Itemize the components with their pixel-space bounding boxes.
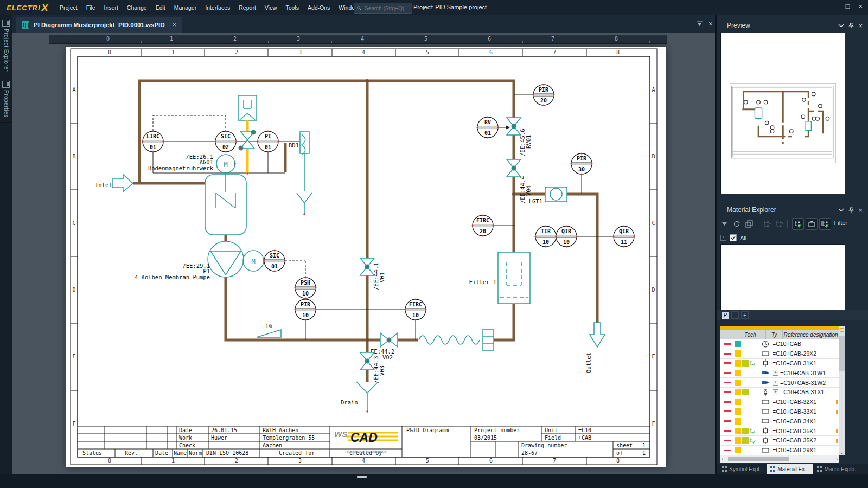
close-icon[interactable]: × bbox=[858, 22, 863, 30]
material-row[interactable]: + =C10+CAB-31X1 bbox=[720, 388, 839, 397]
close-document-icon[interactable]: × bbox=[709, 20, 713, 28]
chevron-down-icon[interactable] bbox=[838, 208, 844, 212]
expand-icon[interactable]: + bbox=[773, 380, 778, 386]
tree-check-mini-icon bbox=[750, 428, 756, 434]
svg-text:of: of bbox=[616, 450, 623, 456]
svg-text:TIR: TIR bbox=[541, 228, 551, 234]
close-icon[interactable]: × bbox=[858, 2, 863, 10]
svg-text:Check: Check bbox=[179, 442, 195, 448]
contactor-icon bbox=[758, 437, 773, 444]
expand-icon[interactable]: + bbox=[773, 389, 778, 395]
canvas-hscroll-thumb[interactable] bbox=[357, 476, 367, 478]
svg-text:Rev.: Rev. bbox=[125, 450, 138, 456]
tree-check-all-icon[interactable] bbox=[819, 218, 831, 230]
dropdown-caret-icon[interactable] bbox=[719, 219, 730, 229]
menu-file[interactable]: File bbox=[84, 3, 98, 12]
preview-viewport[interactable] bbox=[720, 33, 845, 194]
tab-symbol-explorer[interactable]: Symbol Expl.. bbox=[718, 464, 765, 474]
menu-project[interactable]: Project bbox=[58, 3, 80, 12]
title-bar: ELECTRIX Project File Insert Change Edit… bbox=[0, 0, 868, 15]
expand-icon[interactable]: + bbox=[773, 370, 778, 376]
table-vscrollbar[interactable]: ⌄ bbox=[839, 326, 845, 455]
maximize-icon[interactable]: □ bbox=[846, 2, 850, 10]
chevron-down-icon[interactable] bbox=[838, 24, 844, 28]
drawing-canvas[interactable]: 0 1 2 3 4 5 6 7 8 012345678 012345678 AB… bbox=[12, 33, 715, 474]
pin-icon[interactable] bbox=[848, 207, 854, 213]
pid-drawing-sheet[interactable]: 012345678 012345678 ABCDEF ABCDEF Inlet bbox=[66, 47, 666, 467]
material-row[interactable]: =C10+CAB-35K1 bbox=[720, 426, 839, 436]
pin-tabs-icon[interactable] bbox=[696, 21, 703, 27]
column-type[interactable]: Ty bbox=[765, 330, 782, 339]
material-row[interactable]: =C10+CAB bbox=[720, 339, 839, 349]
copy-pages-icon[interactable] bbox=[744, 219, 755, 229]
tree-check-icon[interactable] bbox=[792, 218, 804, 230]
vscroll-thumb[interactable] bbox=[839, 336, 845, 371]
material-row[interactable]: =C10+CAB-34X1 bbox=[720, 416, 839, 426]
svg-text:Drawing number: Drawing number bbox=[521, 442, 567, 448]
scroll-left-icon[interactable]: ‹ bbox=[722, 457, 723, 462]
pin-icon[interactable] bbox=[848, 23, 854, 29]
menu-view[interactable]: View bbox=[263, 3, 279, 12]
table-hscrollbar[interactable]: ‹ › bbox=[720, 455, 839, 463]
tab-close-icon[interactable]: × bbox=[173, 21, 177, 29]
tree-add-all-icon[interactable] bbox=[774, 219, 785, 229]
annotation-mark bbox=[836, 439, 838, 443]
menu-insert[interactable]: Insert bbox=[102, 3, 120, 12]
sidebar-tab-project-explorer[interactable]: Project Explorer bbox=[0, 15, 12, 76]
menu-edit[interactable]: Edit bbox=[154, 3, 168, 12]
red-dash-icon bbox=[724, 391, 731, 393]
menu-interfaces[interactable]: Interfaces bbox=[203, 3, 232, 12]
tab-macro-explorer[interactable]: Macro Explo... bbox=[814, 464, 863, 474]
refresh-icon[interactable] bbox=[731, 219, 742, 229]
project-label: Project: PID Sample project bbox=[413, 4, 487, 10]
hscroll-thumb[interactable] bbox=[728, 457, 789, 461]
svg-text:Drain: Drain bbox=[341, 399, 358, 406]
svg-text:F: F bbox=[72, 421, 75, 427]
svg-text:A: A bbox=[72, 87, 75, 93]
material-row[interactable]: =C10+CAB-31K1 bbox=[720, 359, 839, 369]
svg-text:Created for: Created for bbox=[279, 450, 315, 456]
app-window: ELECTRIX Project File Insert Change Edit… bbox=[0, 0, 868, 488]
menu-addons[interactable]: Add-Ons bbox=[305, 3, 332, 12]
tree-add-icon[interactable] bbox=[762, 219, 773, 229]
material-row[interactable]: =C10+CAB-29X1 bbox=[720, 446, 839, 455]
search-box[interactable] bbox=[354, 3, 412, 14]
p-button[interactable]: P bbox=[722, 312, 729, 319]
grid-icon bbox=[817, 466, 822, 472]
lock-box-icon[interactable] bbox=[806, 218, 818, 230]
svg-text:PIR: PIR bbox=[301, 301, 311, 307]
filter-button[interactable]: Filter bbox=[834, 220, 847, 226]
search-input[interactable] bbox=[363, 5, 409, 12]
minimize-icon[interactable]: – bbox=[833, 2, 837, 10]
equals-button[interactable]: = bbox=[731, 311, 739, 319]
column-reference[interactable]: Reference designation bbox=[782, 330, 839, 339]
close-icon[interactable]: × bbox=[858, 206, 863, 214]
column-tech[interactable]: Tech bbox=[735, 330, 765, 339]
svg-text:C: C bbox=[72, 220, 75, 226]
menu-report[interactable]: Report bbox=[237, 3, 258, 12]
sidebar-tab-properties[interactable]: Properties bbox=[0, 76, 12, 123]
material-tree-list[interactable] bbox=[720, 244, 845, 310]
svg-text:3: 3 bbox=[298, 458, 302, 464]
menu-change[interactable]: Change bbox=[125, 3, 149, 12]
tab-pid-diagram[interactable]: PI Diagramm Musterprojekt_PID.0001.wsPID… bbox=[16, 17, 182, 33]
scroll-down-icon[interactable]: ⌄ bbox=[840, 450, 844, 455]
material-row[interactable]: =C10+CAB-35K2 bbox=[720, 436, 839, 446]
material-row[interactable]: =C10+CAB-29X2 bbox=[720, 349, 839, 359]
scroll-right-icon[interactable]: › bbox=[836, 457, 838, 462]
tab-material-explorer[interactable]: Material Ex... bbox=[767, 464, 812, 474]
svg-text:30: 30 bbox=[578, 166, 585, 172]
material-row[interactable]: =C10+CAB-33X1 bbox=[720, 407, 839, 417]
expand-icon[interactable]: + bbox=[720, 235, 726, 241]
grid-icon bbox=[770, 466, 775, 472]
material-row[interactable]: + =C10+CAB-31W1 bbox=[720, 368, 839, 378]
material-row[interactable]: + =C10+CAB-31W2 bbox=[720, 378, 839, 388]
menu-manager[interactable]: Manager bbox=[172, 3, 199, 12]
material-row[interactable]: =C10+CAB-32X1 bbox=[720, 397, 839, 407]
plus-button[interactable]: + bbox=[741, 311, 749, 319]
tree-root-row[interactable]: + All bbox=[720, 234, 746, 241]
svg-text:F: F bbox=[652, 421, 655, 427]
menu-tools[interactable]: Tools bbox=[283, 3, 301, 12]
checkbox-checked-icon[interactable] bbox=[730, 234, 737, 241]
svg-text:Norm: Norm bbox=[189, 450, 202, 456]
